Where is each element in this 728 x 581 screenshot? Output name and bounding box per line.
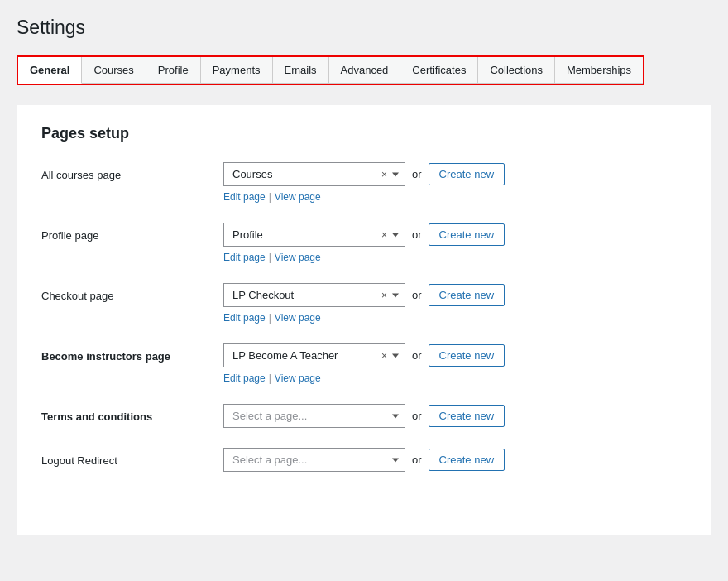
row-controls-terms: Select a page...orCreate new	[223, 404, 505, 428]
select-wrapper-become-instructors: LP Become A Teacher×	[223, 343, 405, 367]
create-new-btn-profile[interactable]: Create new	[429, 223, 505, 246]
select-profile[interactable]: Profile	[223, 223, 405, 247]
select-logout-redirect[interactable]: Select a page...	[223, 448, 405, 472]
view-page-link-profile[interactable]: View page	[275, 252, 321, 263]
tabs-container: GeneralCoursesProfilePaymentsEmailsAdvan…	[17, 55, 644, 85]
or-label-checkout: or	[412, 289, 422, 301]
edit-links-all-courses: Edit page|View page	[223, 191, 505, 203]
row-controls-all-courses: Courses×orCreate newEdit page|View page	[223, 162, 505, 203]
select-become-instructors[interactable]: LP Become A Teacher	[223, 343, 405, 367]
row-controls-logout-redirect: Select a page...orCreate new	[223, 448, 505, 472]
row-controls-become-instructors: LP Become A Teacher×orCreate newEdit pag…	[223, 343, 505, 384]
row-controls-inline-profile: Profile×orCreate new	[223, 223, 505, 247]
select-checkout[interactable]: LP Checkout	[223, 283, 405, 307]
select-wrapper-profile: Profile×	[223, 223, 405, 247]
or-label-profile: or	[412, 228, 422, 241]
create-new-btn-become-instructors[interactable]: Create new	[429, 344, 505, 367]
edit-page-link-profile[interactable]: Edit page	[223, 252, 266, 263]
row-label-become-instructors: Become instructors page	[41, 343, 223, 363]
tab-collections[interactable]: Collections	[478, 57, 555, 84]
select-wrapper-checkout: LP Checkout×	[223, 283, 405, 307]
tab-memberships[interactable]: Memberships	[555, 57, 643, 84]
or-label-become-instructors: or	[412, 349, 422, 362]
select-wrapper-all-courses: Courses×	[223, 162, 405, 186]
create-new-btn-all-courses[interactable]: Create new	[429, 163, 505, 185]
select-all-courses[interactable]: Courses	[223, 162, 405, 186]
tab-payments[interactable]: Payments	[201, 57, 273, 84]
view-page-link-checkout[interactable]: View page	[275, 312, 321, 324]
select-wrapper-terms: Select a page...	[223, 404, 405, 428]
page-row-profile: Profile pageProfile×orCreate newEdit pag…	[41, 223, 687, 263]
link-separator-profile: |	[269, 252, 271, 263]
create-new-btn-logout-redirect[interactable]: Create new	[429, 449, 505, 471]
page-row-all-courses: All courses pageCourses×orCreate newEdit…	[41, 162, 687, 203]
row-label-checkout: Checkout page	[41, 283, 223, 302]
content-area: Pages setup All courses pageCourses×orCr…	[17, 105, 711, 535]
link-separator-become-instructors: |	[269, 372, 271, 384]
select-terms[interactable]: Select a page...	[223, 404, 405, 428]
view-page-link-become-instructors[interactable]: View page	[275, 372, 321, 384]
tab-general[interactable]: General	[18, 57, 82, 84]
edit-page-link-become-instructors[interactable]: Edit page	[223, 372, 266, 384]
page-row-become-instructors: Become instructors pageLP Become A Teach…	[41, 343, 687, 384]
page-row-logout-redirect: Logout RedirectSelect a page...orCreate …	[41, 448, 687, 472]
or-label-logout-redirect: or	[412, 454, 422, 466]
row-label-all-courses: All courses page	[41, 162, 223, 181]
link-separator-all-courses: |	[269, 191, 271, 203]
section-title: Pages setup	[41, 125, 687, 142]
edit-links-become-instructors: Edit page|View page	[223, 372, 505, 384]
select-wrapper-logout-redirect: Select a page...	[223, 448, 405, 472]
page-title: Settings	[8, 17, 711, 39]
rows-container: All courses pageCourses×orCreate newEdit…	[41, 162, 687, 472]
edit-page-link-checkout[interactable]: Edit page	[223, 312, 266, 324]
tab-certificates[interactable]: Certificates	[400, 57, 478, 84]
or-label-terms: or	[412, 410, 422, 422]
tab-courses[interactable]: Courses	[82, 57, 146, 84]
row-controls-inline-all-courses: Courses×orCreate new	[223, 162, 505, 186]
tab-advanced[interactable]: Advanced	[329, 57, 401, 84]
create-new-btn-terms[interactable]: Create new	[429, 405, 505, 427]
tab-emails[interactable]: Emails	[273, 57, 329, 84]
row-controls-checkout: LP Checkout×orCreate newEdit page|View p…	[223, 283, 505, 324]
edit-links-profile: Edit page|View page	[223, 252, 505, 263]
row-label-logout-redirect: Logout Redirect	[41, 448, 223, 467]
view-page-link-all-courses[interactable]: View page	[275, 191, 321, 203]
or-label-all-courses: or	[412, 168, 422, 180]
row-label-profile: Profile page	[41, 223, 223, 242]
row-controls-inline-logout-redirect: Select a page...orCreate new	[223, 448, 505, 472]
row-controls-inline-terms: Select a page...orCreate new	[223, 404, 505, 428]
page-row-terms: Terms and conditionsSelect a page...orCr…	[41, 404, 687, 428]
tab-profile[interactable]: Profile	[146, 57, 201, 84]
row-controls-profile: Profile×orCreate newEdit page|View page	[223, 223, 505, 263]
row-label-terms: Terms and conditions	[41, 404, 223, 423]
page-row-checkout: Checkout pageLP Checkout×orCreate newEdi…	[41, 283, 687, 324]
edit-links-checkout: Edit page|View page	[223, 312, 505, 324]
edit-page-link-all-courses[interactable]: Edit page	[223, 191, 266, 203]
row-controls-inline-become-instructors: LP Become A Teacher×orCreate new	[223, 343, 505, 367]
row-controls-inline-checkout: LP Checkout×orCreate new	[223, 283, 505, 307]
create-new-btn-checkout[interactable]: Create new	[429, 284, 505, 306]
link-separator-checkout: |	[269, 312, 271, 324]
